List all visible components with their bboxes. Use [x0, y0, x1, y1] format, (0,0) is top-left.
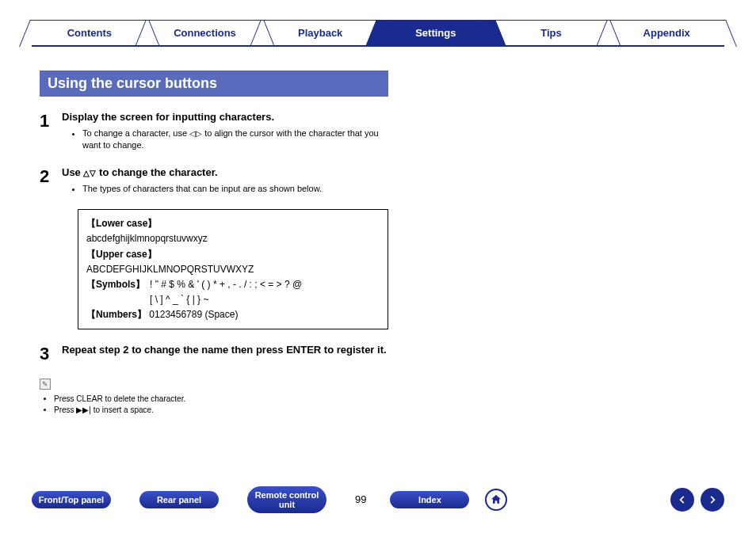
- lower-case-chars: abcdefghijklmnopqrstuvwxyz: [86, 231, 380, 246]
- notes-list: Press CLEAR to delete the character. Pre…: [40, 394, 388, 414]
- step-2-bullet: The types of characters that can be inpu…: [82, 183, 388, 195]
- step-number: 1: [40, 111, 62, 155]
- footer-bar: Front/Top panel Rear panel Remote contro…: [32, 486, 724, 513]
- note-2: Press ▶▶| to insert a space.: [54, 405, 388, 414]
- rear-panel-button[interactable]: Rear panel: [139, 491, 219, 508]
- numbers-chars: 0123456789 (Space): [149, 309, 238, 320]
- character-table: 【Lower case】 abcdefghijklmnopqrstuvwxyz …: [78, 209, 388, 329]
- step-3: 3 Repeat step 2 to change the name then …: [40, 344, 388, 364]
- symbols-label: 【Symbols】: [86, 277, 145, 292]
- prev-page-button[interactable]: [670, 488, 694, 512]
- upper-case-chars: ABCDEFGHIJKLMNOPQRSTUVWXYZ: [86, 262, 380, 277]
- tab-connections[interactable]: Connections: [147, 20, 263, 45]
- index-button[interactable]: Index: [390, 491, 469, 508]
- lower-case-label: 【Lower case】: [86, 218, 157, 229]
- tab-appendix[interactable]: Appendix: [609, 20, 724, 45]
- note-1: Press CLEAR to delete the character.: [54, 394, 388, 403]
- symbols-line1: ! " # $ % & ' ( ) * + , - . / : ; < = > …: [150, 277, 302, 292]
- step-1: 1 Display the screen for inputting chara…: [40, 111, 388, 155]
- main-content: Using the cursor buttons 1 Display the s…: [40, 70, 388, 414]
- step-number: 3: [40, 344, 62, 364]
- left-right-triangle-icon: ◁▷: [189, 129, 202, 138]
- step-3-title: Repeat step 2 to change the name then pr…: [62, 344, 388, 356]
- remote-control-unit-button[interactable]: Remote control unit: [247, 486, 326, 513]
- upper-case-label: 【Upper case】: [86, 249, 157, 260]
- page-number: 99: [355, 493, 366, 505]
- step-1-bullet: To change a character, use ◁▷ to align t…: [82, 128, 388, 152]
- up-down-triangle-icon: △▽: [83, 169, 96, 177]
- note-icon: ✎: [40, 379, 51, 390]
- step-number: 2: [40, 166, 62, 198]
- step-1-title: Display the screen for inputting charact…: [62, 111, 388, 123]
- top-tabs: Contents Connections Playback Settings T…: [32, 20, 724, 47]
- front-top-panel-button[interactable]: Front/Top panel: [32, 491, 111, 508]
- step-2-title: Use △▽ to change the character.: [62, 166, 388, 178]
- symbols-line2: [ \ ] ^ _ ` { | } ~: [150, 292, 302, 307]
- step-2: 2 Use △▽ to change the character. The ty…: [40, 166, 388, 198]
- numbers-label: 【Numbers】: [86, 309, 147, 320]
- skip-forward-icon: ▶▶|: [76, 405, 91, 414]
- tab-contents[interactable]: Contents: [32, 20, 147, 45]
- tab-settings[interactable]: Settings: [378, 20, 494, 45]
- tab-playback[interactable]: Playback: [262, 20, 378, 45]
- home-icon[interactable]: [485, 489, 507, 511]
- section-title: Using the cursor buttons: [40, 70, 388, 97]
- tab-tips[interactable]: Tips: [494, 20, 609, 45]
- next-page-button[interactable]: [701, 488, 724, 512]
